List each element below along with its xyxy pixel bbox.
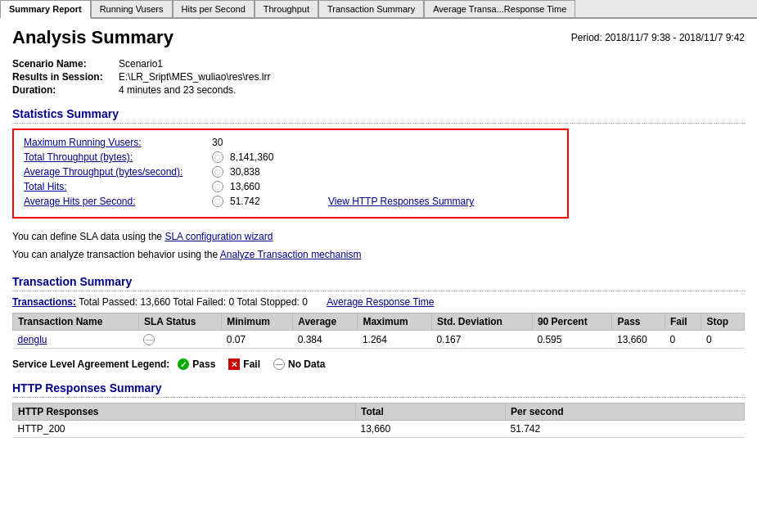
pass-icon: ✓ [178, 358, 189, 370]
page-title: Analysis Summary [12, 27, 173, 48]
avg-throughput-link[interactable]: Average Throughput (bytes/second): [24, 166, 212, 178]
statistics-box: Maximum Running Vusers: 30 Total Through… [12, 128, 569, 219]
tab-running-vusers[interactable]: Running Vusers [91, 0, 173, 17]
legend-nodata-item: — No Data [273, 358, 325, 370]
cell-stop: 0 [701, 331, 745, 349]
transactions-link[interactable]: Transactions: [12, 296, 76, 308]
tab-hits-per-second[interactable]: Hits per Second [173, 0, 255, 17]
main-content: Analysis Summary Period: 2018/11/7 9:38 … [0, 19, 757, 528]
sla-legend: Service Level Agreement Legend: ✓ Pass ✕… [12, 358, 745, 370]
col-minimum: Minimum [222, 313, 293, 331]
scenario-name-row: Scenario Name: Scenario1 [12, 58, 745, 70]
total-throughput-link[interactable]: Total Throughput (bytes): [24, 151, 212, 163]
cell-sla-status: — [138, 331, 221, 349]
transaction-section-title: Transaction Summary [12, 275, 745, 291]
fail-icon: ✕ [228, 358, 240, 370]
table-row: denglu — 0.07 0.384 1.264 0.167 0.595 13… [13, 331, 745, 349]
period-text: Period: 2018/11/7 9:38 - 2018/11/7 9:42 [571, 32, 745, 43]
total-throughput-icon: ◌ [212, 151, 223, 163]
results-row: Results in Session: E:\LR_Sript\MES_wuli… [12, 71, 745, 83]
transactions-table: Transaction Name SLA Status Minimum Aver… [12, 313, 745, 349]
tab-avg-response-time[interactable]: Average Transa...Response Time [424, 0, 575, 17]
scenario-name-value: Scenario1 [119, 58, 163, 70]
total-hits-link[interactable]: Total Hits: [24, 181, 212, 192]
http-responses-section-title: HTTP Responses Summary [12, 381, 745, 398]
total-hits-icon: ◌ [212, 181, 223, 192]
duration-label: Duration: [12, 84, 119, 96]
cell-pass: 13,660 [612, 331, 665, 349]
avg-hits-link[interactable]: Average Hits per Second: [24, 196, 212, 207]
transactions-line: Transactions: Total Passed: 13,660 Total… [12, 296, 745, 308]
col-pass: Pass [612, 313, 665, 331]
page-header: Analysis Summary Period: 2018/11/7 9:38 … [12, 27, 745, 48]
tab-summary-report[interactable]: Summary Report [0, 0, 91, 19]
sla-legend-label: Service Level Agreement Legend: [12, 358, 169, 370]
http-responses-table: HTTP Responses Total Per second HTTP_200… [12, 403, 745, 438]
tab-bar: Summary Report Running Vusers Hits per S… [0, 0, 757, 19]
col-stop: Stop [701, 313, 745, 331]
avg-hits-value: 51.742 [230, 196, 312, 207]
cell-std-deviation: 0.167 [431, 331, 532, 349]
total-throughput-value: 8,141,360 [230, 151, 312, 163]
stats-row-avg-throughput: Average Throughput (bytes/second): ◌ 30,… [24, 166, 557, 178]
avg-throughput-icon: ◌ [212, 166, 223, 178]
total-hits-value: 13,660 [230, 181, 312, 192]
analyze-transaction-link[interactable]: Analyze Transaction mechanism [220, 249, 362, 260]
scenario-name-label: Scenario Name: [12, 58, 119, 70]
denglu-link[interactable]: denglu [18, 334, 47, 345]
legend-pass-item: ✓ Pass [178, 358, 215, 370]
col-maximum: Maximum [358, 313, 431, 331]
sla-line2-prefix: You can analyze transaction behavior usi… [12, 249, 220, 260]
cell-http-response-name: HTTP_200 [13, 421, 356, 438]
statistics-section-title: Statistics Summary [12, 107, 745, 124]
stats-row-total-throughput: Total Throughput (bytes): ◌ 8,141,360 [24, 151, 557, 163]
cell-minimum: 0.07 [222, 331, 293, 349]
cell-90-percent: 0.595 [532, 331, 612, 349]
col-fail: Fail [665, 313, 701, 331]
max-vusers-value: 30 [212, 137, 294, 148]
stats-row-avg-hits: Average Hits per Second: ◌ 51.742 View H… [24, 196, 557, 207]
col-sla-status: SLA Status [138, 313, 221, 331]
col-90-percent: 90 Percent [532, 313, 612, 331]
results-value: E:\LR_Sript\MES_wuliao\res\res.lrr [119, 71, 270, 83]
sla-configuration-wizard-link[interactable]: SLA configuration wizard [164, 231, 273, 242]
scenario-info: Scenario Name: Scenario1 Results in Sess… [12, 58, 745, 96]
cell-maximum: 1.264 [358, 331, 431, 349]
sla-info: You can define SLA data using the SLA co… [12, 228, 745, 264]
view-http-responses-link[interactable]: View HTTP Responses Summary [328, 196, 474, 207]
sla-line1: You can define SLA data using the SLA co… [12, 228, 745, 246]
sla-line2: You can analyze transaction behavior usi… [12, 246, 745, 264]
avg-response-time-link[interactable]: Average Response Time [327, 296, 434, 308]
legend-nodata-label: No Data [288, 358, 325, 370]
col-average: Average [293, 313, 358, 331]
col-total: Total [355, 404, 505, 421]
stats-row-max-vusers: Maximum Running Vusers: 30 [24, 137, 557, 148]
legend-fail-label: Fail [243, 358, 260, 370]
avg-throughput-value: 30,838 [230, 166, 312, 178]
tab-transaction-summary[interactable]: Transaction Summary [318, 0, 424, 17]
duration-row: Duration: 4 minutes and 23 seconds. [12, 84, 745, 96]
cell-transaction-name: denglu [13, 331, 139, 349]
nodata-icon: — [273, 358, 285, 370]
sla-nodata-icon: — [143, 334, 155, 345]
stats-row-total-hits: Total Hits: ◌ 13,660 [24, 181, 557, 192]
legend-fail-item: ✕ Fail [228, 358, 260, 370]
col-transaction-name: Transaction Name [13, 313, 139, 331]
col-std-deviation: Std. Deviation [431, 313, 532, 331]
transaction-summary-section: Transactions: Total Passed: 13,660 Total… [12, 296, 745, 349]
legend-pass-label: Pass [192, 358, 215, 370]
cell-http-total: 13,660 [355, 421, 505, 438]
transactions-stats-text: Total Passed: 13,660 Total Failed: 0 Tot… [79, 296, 308, 308]
duration-value: 4 minutes and 23 seconds. [119, 84, 236, 96]
table-row: HTTP_200 13,660 51.742 [13, 421, 745, 438]
avg-hits-icon: ◌ [212, 196, 223, 207]
col-http-responses: HTTP Responses [13, 404, 356, 421]
transactions-table-header-row: Transaction Name SLA Status Minimum Aver… [13, 313, 745, 331]
cell-average: 0.384 [293, 331, 358, 349]
max-vusers-link[interactable]: Maximum Running Vusers: [24, 137, 212, 148]
results-label: Results in Session: [12, 71, 119, 83]
tab-throughput[interactable]: Throughput [255, 0, 318, 17]
col-per-second: Per second [505, 404, 744, 421]
http-200-link[interactable]: HTTP_200 [18, 423, 65, 435]
cell-fail: 0 [665, 331, 701, 349]
